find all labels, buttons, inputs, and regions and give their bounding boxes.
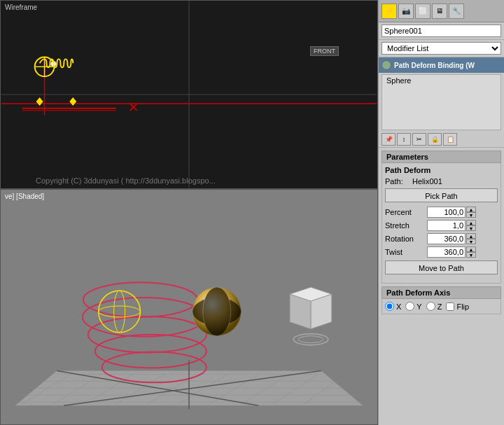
modifier-stack-list[interactable]: Sphere — [382, 74, 501, 130]
percent-spinner: ▲ ▼ — [466, 207, 476, 218]
percent-input-group: ▲ ▼ — [427, 207, 476, 218]
rotation-input-group: ▲ ▼ — [427, 233, 476, 244]
panel-scroll[interactable]: Parameters Path Deform Path: Helix001 Pi… — [379, 148, 504, 425]
modifier-icon — [382, 60, 391, 70]
toolbar-btn-render[interactable]: 🖥 — [432, 4, 447, 19]
rotation-row: Rotation ▲ ▼ — [385, 233, 498, 244]
percent-input[interactable] — [427, 207, 465, 218]
svg-point-40 — [114, 291, 125, 333]
toolbar-btn-active[interactable]: ⚡ — [382, 4, 397, 19]
object-name-row — [379, 22, 504, 40]
svg-point-31 — [95, 335, 206, 368]
wireframe-svg — [1, 1, 377, 188]
svg-marker-8 — [36, 97, 43, 106]
stretch-label: Stretch — [385, 221, 427, 230]
stretch-row: Stretch ▲ ▼ — [385, 220, 498, 231]
viewport-area: Wireframe FRONT — [0, 0, 378, 425]
axis-header: Path Deform Axis — [382, 286, 501, 299]
rotation-label: Rotation — [385, 235, 427, 243]
axis-content: X Y Z Flip — [382, 299, 501, 314]
path-deform-label: Path Deform — [385, 166, 498, 174]
svg-point-50 — [298, 336, 323, 343]
percent-row: Percent ▲ ▼ — [385, 207, 498, 218]
path-value: Helix001 — [412, 177, 442, 186]
viewport-top[interactable]: Wireframe FRONT — [0, 0, 378, 189]
twist-spinner: ▲ ▼ — [466, 246, 476, 258]
svg-point-38 — [99, 291, 141, 333]
stretch-input[interactable] — [427, 220, 465, 231]
top-toolbar: ⚡ 📷 ⬜ 🖥 🔧 — [379, 0, 504, 22]
path-label: Path: — [385, 177, 410, 186]
modifier-list-select[interactable]: Modifier List — [382, 42, 501, 55]
stack-toolbar: 📌 ↕ ✂ 🔒 📋 — [379, 132, 504, 148]
toolbar-btn-camera[interactable]: 📷 — [398, 4, 414, 19]
twist-spin-up[interactable]: ▲ — [466, 246, 476, 252]
axis-z-label: Z — [438, 302, 442, 311]
twist-input[interactable] — [427, 246, 465, 258]
viewport-bottom[interactable]: ve] [Shaded] — [0, 189, 378, 425]
parameters-section: Parameters Path Deform Path: Helix001 Pi… — [382, 151, 501, 284]
axis-y-radio[interactable] — [405, 302, 414, 311]
rotation-spin-up[interactable]: ▲ — [466, 233, 476, 239]
stretch-spin-up[interactable]: ▲ — [466, 220, 476, 225]
stretch-input-group: ▲ ▼ — [427, 220, 476, 231]
flip-label: Flip — [456, 302, 469, 311]
stretch-spin-down[interactable]: ▼ — [466, 225, 476, 231]
params-content: Path Deform Path: Helix001 Pick Path Per… — [382, 163, 501, 284]
stack-lock-btn[interactable]: 🔒 — [428, 133, 442, 146]
right-panel: ⚡ 📷 ⬜ 🖥 🔧 Modifier List Path Deform Bind… — [378, 0, 504, 425]
axis-row: X Y Z Flip — [385, 302, 498, 311]
percent-spin-down[interactable]: ▼ — [466, 212, 476, 218]
stretch-spinner: ▲ ▼ — [466, 220, 476, 231]
stack-cut-btn[interactable]: ✂ — [412, 133, 426, 146]
twist-input-group: ▲ ▼ — [427, 246, 476, 258]
axis-section: Path Deform Axis X Y Z — [382, 286, 501, 314]
axis-z-group: Z — [426, 302, 442, 311]
rotation-input[interactable] — [427, 233, 465, 244]
rotation-spin-down[interactable]: ▼ — [466, 239, 476, 244]
axis-y-label: Y — [416, 302, 421, 311]
stack-move-btn[interactable]: ↕ — [397, 133, 411, 146]
pick-path-button[interactable]: Pick Path — [385, 188, 498, 202]
path-row: Path: Helix001 — [385, 177, 498, 186]
twist-label: Twist — [385, 248, 427, 256]
axis-z-radio[interactable] — [426, 302, 435, 311]
modifier-header-text: Path Deform Binding (W — [394, 62, 501, 69]
rotation-spinner: ▲ ▼ — [466, 233, 476, 244]
modifier-row: Modifier List — [379, 40, 504, 57]
percent-spin-up[interactable]: ▲ — [466, 207, 476, 212]
toolbar-btn-display[interactable]: ⬜ — [415, 4, 430, 19]
copyright-text: Copyright (C) 3ddunyasi ( http://3ddunya… — [36, 176, 216, 185]
svg-point-45 — [203, 287, 231, 336]
axis-x-label: X — [396, 302, 401, 311]
svg-marker-9 — [69, 97, 76, 106]
move-to-path-button[interactable]: Move to Path — [385, 260, 498, 274]
toolbar-btn-settings[interactable]: 🔧 — [449, 4, 464, 19]
twist-spin-down[interactable]: ▼ — [466, 252, 476, 258]
axis-x-radio[interactable] — [385, 302, 394, 311]
axis-x-group: X — [385, 302, 401, 311]
flip-checkbox[interactable] — [446, 302, 454, 311]
object-name-input[interactable] — [382, 25, 501, 37]
shaded-svg — [1, 190, 377, 424]
percent-label: Percent — [385, 208, 427, 216]
modifier-stack-header: Path Deform Binding (W — [379, 57, 504, 73]
params-header[interactable]: Parameters — [382, 151, 501, 163]
flip-group: Flip — [446, 302, 469, 311]
stack-item-sphere[interactable]: Sphere — [382, 75, 500, 86]
stack-copy-btn[interactable]: 📋 — [443, 133, 457, 146]
axis-y-group: Y — [405, 302, 421, 311]
twist-row: Twist ▲ ▼ — [385, 246, 498, 258]
stack-pin-btn[interactable]: 📌 — [382, 133, 396, 146]
